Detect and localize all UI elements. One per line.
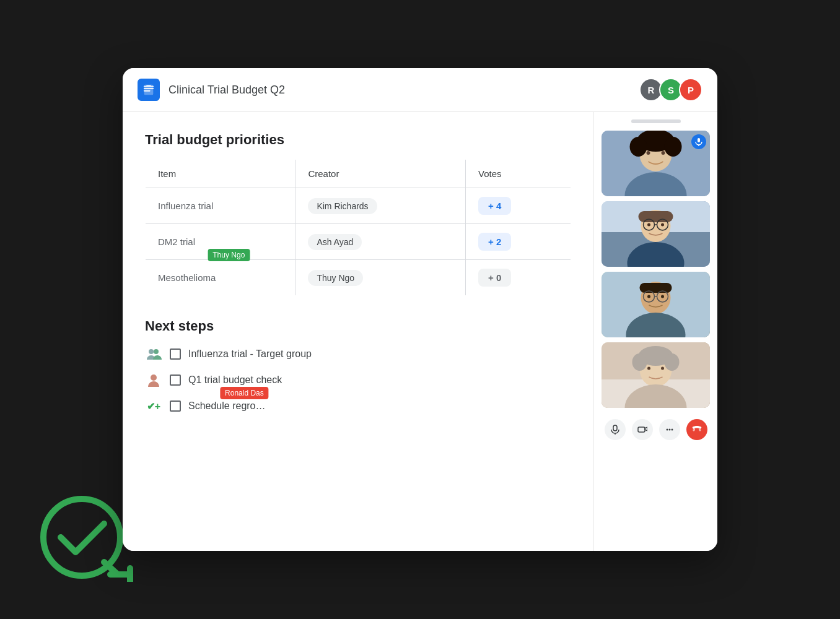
video-sidebar [593, 112, 717, 551]
priority-table: Item Creator Votes Influenza trial Kim R… [145, 159, 571, 296]
check-add-icon: ✔+ [145, 397, 162, 415]
window-title: Clinical Trial Budget Q2 [168, 84, 285, 97]
svg-point-42 [661, 367, 664, 370]
main-content: Trial budget priorities Item Creator Vot… [123, 112, 717, 551]
priorities-section-title: Trial budget priorities [145, 132, 571, 148]
document-area: Trial budget priorities Item Creator Vot… [123, 112, 593, 551]
vote-badge[interactable]: + 2 [478, 233, 511, 251]
person-silhouette-3 [602, 272, 710, 337]
svg-point-51 [671, 429, 673, 431]
step-text: Ronald Das Schedule regro… [188, 400, 266, 412]
vote-badge-zero[interactable]: + 0 [478, 269, 511, 287]
creator-cell: Thuy Ngo [295, 260, 466, 296]
item-cell: Thuy Ngo Mesothelioma [146, 260, 295, 296]
tooltip-ronald: Ronald Das [220, 387, 269, 399]
votes-cell[interactable]: + 4 [465, 188, 571, 224]
step-text: Influenza trial - Target group [188, 348, 312, 360]
svg-point-41 [647, 367, 650, 370]
video-tile-1 [602, 131, 710, 196]
svg-point-44 [632, 353, 647, 371]
svg-rect-24 [639, 211, 673, 222]
table-row: Influenza trial Kim Richards + 4 [146, 188, 571, 224]
video-controls [602, 415, 710, 444]
sidebar-drag-handle[interactable] [631, 119, 681, 123]
video-tile-2 [602, 201, 710, 267]
next-steps-list: Influenza trial - Target group Q1 trial … [145, 345, 571, 415]
col-item: Item [146, 160, 295, 188]
mic-active-badge [691, 134, 706, 149]
svg-point-49 [666, 429, 668, 431]
svg-point-23 [661, 223, 664, 227]
svg-rect-46 [613, 425, 617, 431]
step-checkbox[interactable] [170, 348, 181, 360]
document-icon [138, 79, 160, 101]
titlebar-left: Clinical Trial Budget Q2 [138, 79, 285, 101]
svg-rect-16 [698, 138, 700, 142]
vote-badge[interactable]: + 4 [478, 197, 511, 215]
svg-point-31 [647, 295, 650, 298]
svg-point-14 [630, 137, 647, 157]
step-text: Q1 trial budget check [188, 374, 282, 386]
svg-point-12 [662, 151, 665, 155]
collaborator-avatars: R S P [639, 78, 702, 102]
video-tile-4 [602, 342, 710, 408]
list-item: Q1 trial budget check [145, 371, 571, 389]
votes-cell[interactable]: + 2 [465, 224, 571, 260]
svg-point-22 [647, 223, 650, 227]
creator-chip: Thuy Ngo [308, 270, 363, 286]
svg-point-50 [668, 429, 670, 431]
person-group-icon [145, 345, 162, 363]
main-window: Clinical Trial Budget Q2 R S P Trial bud… [123, 68, 717, 551]
avatar-p: P [679, 78, 702, 102]
step-checkbox[interactable] [170, 374, 181, 386]
svg-rect-48 [638, 427, 645, 432]
person-icon [145, 371, 162, 389]
creator-cell: Kim Richards [295, 188, 466, 224]
svg-point-5 [149, 349, 154, 354]
col-votes: Votes [465, 160, 571, 188]
step-checkbox[interactable] [170, 400, 181, 412]
svg-point-7 [151, 374, 157, 381]
svg-point-45 [665, 353, 680, 371]
titlebar: Clinical Trial Budget Q2 R S P [123, 68, 717, 112]
end-call-button[interactable] [686, 419, 707, 440]
camera-button[interactable] [632, 419, 653, 440]
creator-chip: Kim Richards [308, 198, 377, 214]
svg-point-32 [661, 295, 664, 298]
list-item: ✔+ Ronald Das Schedule regro… [145, 397, 571, 415]
svg-point-11 [647, 151, 650, 155]
mic-button[interactable] [605, 419, 626, 440]
check-icon-decoration [37, 483, 136, 582]
svg-point-6 [154, 349, 159, 354]
votes-cell[interactable]: + 0 [465, 260, 571, 296]
svg-point-15 [665, 137, 682, 157]
person-silhouette-4 [602, 342, 710, 408]
next-steps-title: Next steps [145, 318, 571, 334]
svg-rect-33 [640, 283, 672, 293]
video-tile-3 [602, 272, 710, 337]
col-creator: Creator [295, 160, 466, 188]
more-button[interactable] [659, 419, 680, 440]
list-item: Influenza trial - Target group [145, 345, 571, 363]
tooltip-thuy: Thuy Ngo [208, 249, 250, 261]
item-cell: Influenza trial [146, 188, 295, 224]
table-row: Thuy Ngo Mesothelioma Thuy Ngo + 0 [146, 260, 571, 296]
person-silhouette-2 [602, 201, 710, 267]
creator-cell: Ash Ayad [295, 224, 466, 260]
creator-chip: Ash Ayad [308, 234, 362, 250]
